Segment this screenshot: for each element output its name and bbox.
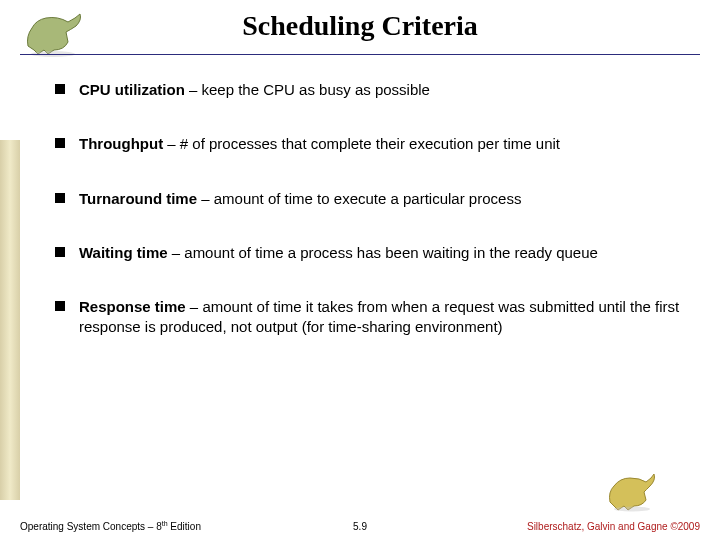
footer-page-number: 5.9 [353, 521, 367, 532]
bullet-marker-icon [55, 138, 65, 148]
sidebar-accent [0, 140, 20, 500]
bullet-item: Response time – amount of time it takes … [55, 297, 680, 338]
slide-content: CPU utilization – keep the CPU as busy a… [55, 80, 680, 372]
dinosaur-icon [604, 468, 660, 512]
bullet-marker-icon [55, 301, 65, 311]
bullet-marker-icon [55, 247, 65, 257]
bullet-item: Throughput – # of processes that complet… [55, 134, 680, 154]
slide-footer: Operating System Concepts – 8th Edition … [20, 520, 700, 532]
bullet-text: Waiting time – amount of time a process … [79, 243, 680, 263]
bullet-text: Response time – amount of time it takes … [79, 297, 680, 338]
footer-copyright: Silberschatz, Galvin and Gagne ©2009 [527, 521, 700, 532]
footer-left: Operating System Concepts – 8th Edition [20, 520, 201, 532]
svg-point-1 [614, 507, 650, 512]
bullet-item: Turnaround time – amount of time to exec… [55, 189, 680, 209]
bullet-marker-icon [55, 84, 65, 94]
header-rule [20, 54, 700, 55]
bullet-marker-icon [55, 193, 65, 203]
dinosaur-icon [18, 6, 88, 58]
bullet-text: CPU utilization – keep the CPU as busy a… [79, 80, 680, 100]
bullet-item: Waiting time – amount of time a process … [55, 243, 680, 263]
slide-header: Scheduling Criteria [0, 0, 720, 42]
bullet-item: CPU utilization – keep the CPU as busy a… [55, 80, 680, 100]
slide-title: Scheduling Criteria [0, 10, 720, 42]
bullet-text: Throughput – # of processes that complet… [79, 134, 680, 154]
bullet-text: Turnaround time – amount of time to exec… [79, 189, 680, 209]
